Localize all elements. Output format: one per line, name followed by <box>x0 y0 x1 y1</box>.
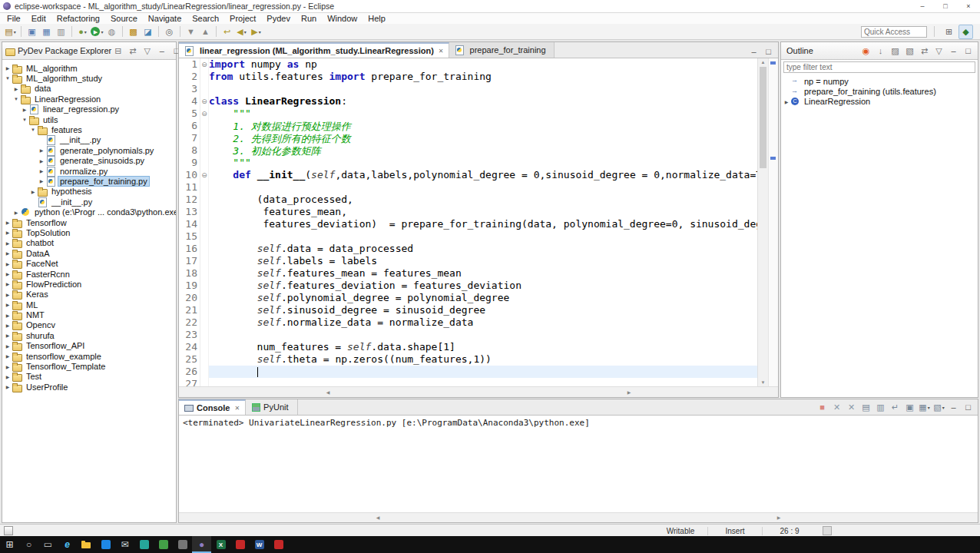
tree-item[interactable]: ▶FasterRcnn <box>2 269 176 279</box>
search-button[interactable]: ◎ <box>163 25 176 38</box>
minimize-window-button[interactable]: – <box>911 0 934 12</box>
code-line[interactable]: features_deviation) = prepare_for_traini… <box>209 218 757 230</box>
word-wrap-button[interactable]: ↵ <box>889 402 901 413</box>
collapsed-arrow-icon[interactable]: ▶ <box>4 240 12 246</box>
collapsed-arrow-icon[interactable]: ▶ <box>12 210 20 215</box>
tree-item[interactable]: ▶Keras <box>2 290 176 300</box>
code-editor[interactable]: 1234567891011121314151617181920212223242… <box>179 58 778 386</box>
tree-item[interactable]: ▶shurufa <box>2 330 176 340</box>
save-all-button[interactable]: ▦ <box>40 25 53 38</box>
new-pydev-package-button[interactable]: ▩ <box>127 25 140 38</box>
next-annotation-button[interactable]: ▼ <box>184 25 197 38</box>
dropdown-caret-icon[interactable]: ▾ <box>928 405 930 410</box>
expanded-arrow-icon[interactable]: ▼ <box>29 127 37 132</box>
tree-item[interactable]: ▶TopSolution <box>2 227 176 237</box>
code-line[interactable]: features_mean, <box>209 206 757 218</box>
tree-item[interactable]: ▶linear_regression.py <box>2 104 176 114</box>
collapsed-arrow-icon[interactable]: ▶ <box>4 374 12 379</box>
editor-tab[interactable]: linear_regression (ML_algorithm_study.Li… <box>179 42 449 58</box>
outline-item[interactable]: prepare_for_training (utils.features) <box>781 86 978 96</box>
search-button[interactable]: ○ <box>19 536 38 553</box>
code-line[interactable]: self.polynomial_degree = polynomial_degr… <box>209 292 757 304</box>
scroll-up-arrow[interactable]: ▲ <box>758 58 768 66</box>
dropdown-caret-icon[interactable]: ▾ <box>942 405 945 410</box>
editor-tab[interactable]: prepare_for_training <box>449 42 555 58</box>
fold-marker-icon[interactable]: ⊖ <box>200 58 208 71</box>
outline-item[interactable]: ▶LinearRegression <box>781 97 978 107</box>
display-selected-console-button[interactable]: ▦▾ <box>919 402 930 413</box>
console-output[interactable]: <terminated> UnivariateLinearRegression.… <box>179 416 978 512</box>
start-button[interactable]: ⊞ <box>0 536 19 553</box>
tree-item[interactable]: ▶UserProfile <box>2 382 176 392</box>
collapsed-arrow-icon[interactable]: ▶ <box>12 86 20 91</box>
tree-item[interactable]: ▶tensorflow_example <box>2 351 176 361</box>
back-button[interactable]: ◀▾ <box>235 25 248 38</box>
quick-access-input[interactable] <box>861 26 927 38</box>
collapsed-arrow-icon[interactable]: ▶ <box>783 99 790 104</box>
collapse-all-button[interactable]: ⊟ <box>112 45 124 57</box>
maximize-editor-button[interactable]: □ <box>763 46 774 58</box>
collapsed-arrow-icon[interactable]: ▶ <box>38 178 45 184</box>
tree-item[interactable]: __init__.py <box>2 197 176 207</box>
hide-comments-button[interactable]: ▧ <box>904 45 915 57</box>
open-perspective-button[interactable]: ⊞ <box>942 25 955 38</box>
expanded-arrow-icon[interactable]: ▼ <box>12 97 20 101</box>
edge-icon[interactable]: e <box>58 536 77 553</box>
tree-item[interactable]: ▶DataA <box>2 248 176 258</box>
forward-button[interactable]: ▶▾ <box>250 25 263 38</box>
tree-item[interactable]: ▶chatbot <box>2 238 176 248</box>
code-line[interactable]: self.normalize_data = normalize_data <box>209 316 757 329</box>
editor-horizontal-scrollbar[interactable]: ◀ ▶ <box>179 386 778 397</box>
open-console-button[interactable]: ▧▾ <box>933 402 945 413</box>
debug-button[interactable]: ●▾ <box>76 25 89 38</box>
collapsed-arrow-icon[interactable]: ▶ <box>38 168 45 174</box>
print-button[interactable]: ▥ <box>55 25 68 38</box>
scroll-right-arrow[interactable]: ▶ <box>480 389 778 396</box>
minimize-view-button[interactable]: – <box>156 45 167 57</box>
remove-launch-button[interactable]: ✕ <box>831 402 843 413</box>
collapsed-arrow-icon[interactable]: ▶ <box>21 107 28 112</box>
console-tab[interactable]: Console✕ <box>179 399 246 415</box>
tree-item[interactable]: ▶Tensorflow_API <box>2 341 176 351</box>
dropdown-caret-icon[interactable]: ▾ <box>244 29 247 35</box>
collapsed-arrow-icon[interactable]: ▶ <box>38 147 45 153</box>
editor-vertical-scrollbar[interactable]: ▲ ▼ <box>757 58 768 386</box>
code-line[interactable]: 2. 先得到所有的特征个数 <box>209 132 757 144</box>
tree-item[interactable]: ▶Tensorflow <box>2 217 176 227</box>
collapsed-arrow-icon[interactable]: ▶ <box>4 353 12 359</box>
console-tab[interactable]: PyUnit <box>246 399 297 415</box>
menu-item-pydev[interactable]: Pydev <box>261 14 296 23</box>
code-line[interactable]: """ <box>209 157 757 169</box>
tree-item[interactable]: ▶Tensorflow_Template <box>2 361 176 371</box>
code-line[interactable]: def __init__(self,data,labels,polynomial… <box>209 169 757 181</box>
close-window-button[interactable]: × <box>957 0 980 12</box>
code-line[interactable]: self.labels = labels <box>209 255 757 267</box>
maximize-view-button[interactable]: □ <box>962 45 974 57</box>
dropdown-caret-icon[interactable]: ▾ <box>14 29 16 35</box>
scroll-left-arrow[interactable]: ◀ <box>179 389 477 396</box>
menu-item-navigate[interactable]: Navigate <box>143 14 187 23</box>
code-line[interactable] <box>209 181 757 194</box>
collapsed-arrow-icon[interactable]: ▶ <box>4 220 12 225</box>
scroll-down-arrow[interactable]: ▼ <box>758 379 768 386</box>
tree-item[interactable]: ▶FaceNet <box>2 258 176 268</box>
tree-item[interactable]: ▶Opencv <box>2 320 176 330</box>
collapsed-arrow-icon[interactable]: ▶ <box>4 384 12 389</box>
previous-annotation-button[interactable]: ▲ <box>199 25 212 38</box>
code-line[interactable]: """ <box>209 108 757 120</box>
eclipse-icon[interactable]: ● <box>192 536 211 553</box>
collapsed-arrow-icon[interactable]: ▶ <box>4 261 12 267</box>
menu-item-source[interactable]: Source <box>105 14 143 23</box>
collapsed-arrow-icon[interactable]: ▶ <box>38 158 45 164</box>
outline-item[interactable]: np = numpy <box>781 76 978 86</box>
code-line[interactable] <box>209 378 757 386</box>
collapsed-arrow-icon[interactable]: ▶ <box>4 292 12 297</box>
menu-item-help[interactable]: Help <box>363 14 391 23</box>
code-line[interactable]: num_features = self.data.shape[1] <box>209 341 757 353</box>
fold-marker-icon[interactable]: ⊖ <box>200 108 208 120</box>
code-line[interactable]: class LinearRegression: <box>209 95 757 108</box>
menu-item-search[interactable]: Search <box>187 14 224 23</box>
view-menu-button[interactable]: ▽ <box>933 45 945 57</box>
fold-marker-icon[interactable]: ⊖ <box>200 95 208 108</box>
ruler-marker[interactable] <box>770 157 776 160</box>
